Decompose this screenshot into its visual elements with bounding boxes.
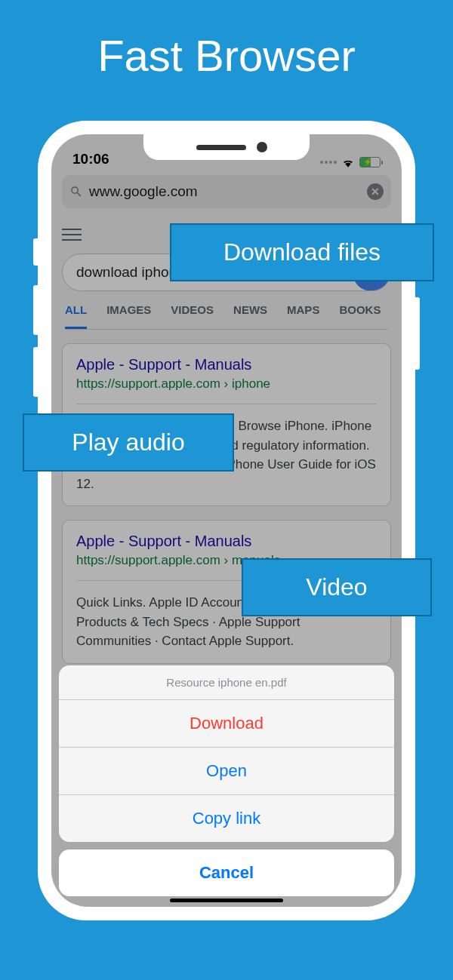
tab-all[interactable]: ALL: [65, 303, 87, 329]
battery-icon: ⚡: [359, 157, 381, 167]
signal-dots-icon: [320, 161, 337, 164]
tab-maps[interactable]: MAPS: [287, 303, 319, 329]
status-time: 10:06: [72, 151, 109, 167]
callout-play-audio: Play audio: [23, 413, 234, 472]
cancel-button[interactable]: Cancel: [59, 849, 394, 896]
hero-title: Fast Browser: [0, 0, 453, 81]
url-bar[interactable]: www.google.com ✕: [62, 175, 391, 208]
sheet-title: Resource iphone en.pdf: [59, 665, 394, 699]
url-text[interactable]: www.google.com: [89, 183, 361, 200]
result-title[interactable]: Apple - Support - Manuals: [76, 533, 251, 549]
callout-video: Video: [242, 558, 432, 616]
wifi-icon: [341, 157, 355, 167]
tab-news[interactable]: NEWS: [233, 303, 267, 329]
download-button[interactable]: Download: [59, 699, 394, 747]
search-icon: [69, 185, 83, 198]
phone-notch: [143, 134, 310, 160]
phone-side-button: [415, 297, 420, 370]
tab-videos[interactable]: VIDEOS: [171, 303, 214, 329]
tab-images[interactable]: IMAGES: [106, 303, 151, 329]
copy-link-button[interactable]: Copy link: [59, 794, 394, 842]
search-tabs: ALL IMAGES VIDEOS NEWS MAPS BOOKS: [65, 303, 388, 330]
callout-download-files: Download files: [170, 223, 434, 281]
result-title[interactable]: Apple - Support - Manuals: [76, 356, 251, 373]
open-button[interactable]: Open: [59, 747, 394, 794]
menu-icon[interactable]: [62, 229, 82, 241]
tab-books[interactable]: BOOKS: [339, 303, 381, 329]
result-url: https://support.apple.com › iphone: [76, 376, 377, 392]
home-indicator[interactable]: [170, 899, 283, 902]
action-sheet: Resource iphone en.pdf Download Open Cop…: [59, 665, 394, 896]
clear-url-button[interactable]: ✕: [367, 183, 384, 200]
